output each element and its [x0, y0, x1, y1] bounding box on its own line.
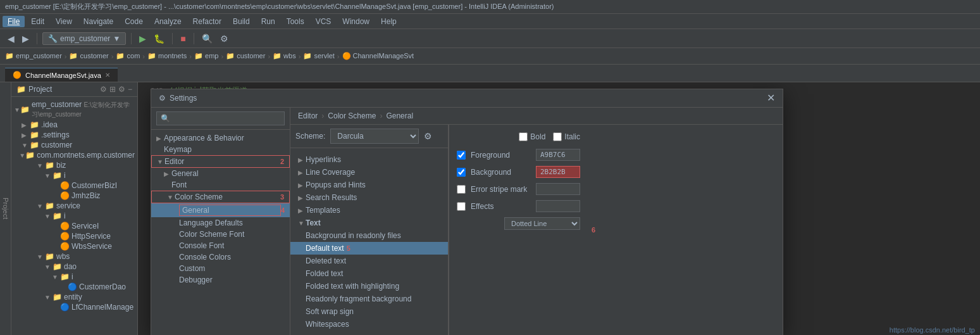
list-item[interactable]: ▼ 📁 i: [11, 272, 137, 282]
project-selector[interactable]: 🔧 emp_customer ▼: [42, 32, 126, 45]
debug-button[interactable]: 🐛: [151, 32, 167, 45]
color-list-hyperlinks[interactable]: ▶ Hyperlinks: [290, 153, 448, 166]
menu-build[interactable]: Build: [228, 16, 255, 27]
scheme-gear-button[interactable]: ⚙: [424, 131, 432, 141]
settings-tree-general-active[interactable]: General 4: [151, 203, 290, 217]
sidebar-expand-button[interactable]: ⊞: [109, 85, 116, 94]
list-item[interactable]: ▶ 📁 .settings: [11, 130, 137, 140]
color-list-readonly-bg[interactable]: Readonly fragment background: [290, 293, 448, 305]
forward-button[interactable]: ▶: [20, 32, 32, 45]
foreground-input[interactable]: [536, 149, 580, 161]
back-button[interactable]: ◀: [5, 32, 17, 45]
list-item[interactable]: ▼ 📁 dao: [11, 262, 137, 272]
settings-tree-color-scheme-font[interactable]: Color Scheme Font: [151, 229, 290, 240]
sidebar-minimize-button[interactable]: −: [128, 85, 132, 94]
run-button[interactable]: ▶: [137, 32, 149, 45]
breadcrumb-customer[interactable]: 📁 customer: [69, 52, 108, 60]
error-stripe-checkbox[interactable]: [457, 185, 466, 194]
settings-button[interactable]: ⚙: [218, 32, 231, 45]
settings-tree-language-defaults[interactable]: Language Defaults: [151, 217, 290, 229]
list-item[interactable]: ▼ 📁 service: [11, 201, 137, 211]
list-item[interactable]: ▼ 📁 customer: [11, 140, 137, 150]
settings-tree-keymap[interactable]: Keymap: [151, 144, 290, 155]
scheme-select[interactable]: Darcula: [330, 129, 419, 144]
foreground-checkbox[interactable]: [457, 151, 466, 160]
menu-view[interactable]: View: [51, 16, 77, 27]
breadcrumb-channel[interactable]: 🟠 ChannelManageSvt: [342, 52, 414, 60]
menu-edit[interactable]: Edit: [26, 16, 49, 27]
settings-tree-console-font[interactable]: Console Font: [151, 240, 290, 251]
list-item[interactable]: 🟠 ServiceI: [11, 221, 137, 231]
color-list-search[interactable]: ▶ Search Results: [290, 191, 448, 204]
settings-tree-color-scheme[interactable]: ▼ Color Scheme 3: [151, 191, 290, 203]
list-item[interactable]: 🟠 WbsService: [11, 241, 137, 251]
color-list-templates[interactable]: ▶ Templates: [290, 204, 448, 217]
settings-tree-font[interactable]: Font: [151, 179, 290, 191]
sidebar-sync-button[interactable]: ⚙: [100, 85, 107, 94]
breadcrumb-montnets[interactable]: 📁 montnets: [147, 52, 187, 60]
menu-code[interactable]: Code: [120, 16, 148, 27]
tab-close-icon[interactable]: ✕: [105, 72, 110, 79]
vertical-project-tab[interactable]: Project: [0, 82, 11, 335]
menu-file[interactable]: File: [3, 16, 25, 27]
list-item[interactable]: ▼ 📁 wbs: [11, 251, 137, 262]
search-button[interactable]: 🔍: [199, 32, 215, 45]
breadcrumb-servlet[interactable]: 📁 servlet: [303, 52, 334, 60]
breadcrumb-color-scheme: Color Scheme: [328, 111, 376, 120]
menu-tools[interactable]: Tools: [282, 16, 309, 27]
color-list-text[interactable]: ▼ Text: [290, 217, 448, 229]
breadcrumb-wbs[interactable]: 📁 wbs: [273, 52, 296, 60]
settings-tree-appearance[interactable]: ▶ Appearance & Behavior: [151, 132, 290, 144]
effects-input[interactable]: [536, 200, 580, 212]
color-list-popups[interactable]: ▶ Popups and Hints: [290, 179, 448, 191]
settings-tree-custom[interactable]: Custom: [151, 263, 290, 274]
list-item[interactable]: ▼ 📁 entity: [11, 292, 137, 302]
settings-tree-debugger[interactable]: Debugger: [151, 274, 290, 286]
color-list-deleted[interactable]: Deleted text: [290, 255, 448, 267]
menu-window[interactable]: Window: [337, 16, 375, 27]
menu-analyze[interactable]: Analyze: [149, 16, 187, 27]
bold-checkbox[interactable]: [519, 132, 528, 141]
list-item[interactable]: ▼ 📁 i: [11, 170, 137, 180]
list-item[interactable]: ▼ 📁 biz: [11, 160, 137, 170]
dotted-line-select[interactable]: Dotted Line: [504, 217, 580, 230]
color-list-folded-highlight[interactable]: Folded text with highlighting: [290, 280, 448, 293]
background-checkbox[interactable]: [457, 168, 466, 177]
sidebar-settings-button[interactable]: ⚙: [118, 85, 125, 94]
settings-tree-console-colors[interactable]: Console Colors: [151, 251, 290, 263]
menu-navigate[interactable]: Navigate: [78, 16, 118, 27]
breadcrumb-emp[interactable]: 📁 emp: [194, 52, 218, 60]
list-item[interactable]: 🟠 CustomerBizI: [11, 180, 137, 191]
italic-checkbox[interactable]: [553, 132, 562, 141]
menu-vcs[interactable]: VCS: [311, 16, 337, 27]
color-list-default-text[interactable]: Default text 5: [290, 242, 448, 255]
tab-channel-manage[interactable]: 🟠 ChannelManageSvt.java ✕: [5, 68, 118, 82]
list-item[interactable]: 🟠 JmhzBiz: [11, 191, 137, 201]
color-list-whitespaces[interactable]: Whitespaces: [290, 318, 448, 331]
menu-run[interactable]: Run: [256, 16, 280, 27]
list-item[interactable]: 🔵 CustomerDao: [11, 282, 137, 292]
settings-tree-editor[interactable]: ▼ Editor 2: [151, 155, 290, 168]
list-item[interactable]: ▼ 📁 i: [11, 211, 137, 221]
error-stripe-input[interactable]: [536, 183, 580, 195]
breadcrumb-emp-customer[interactable]: 📁 emp_customer: [5, 52, 62, 60]
color-list-line-coverage[interactable]: ▶ Line Coverage: [290, 166, 448, 179]
color-list-bg-readonly[interactable]: Background in readonly files: [290, 229, 448, 242]
background-input[interactable]: [536, 166, 580, 178]
breadcrumb-customer2[interactable]: 📁 customer: [226, 52, 265, 60]
list-item[interactable]: 🟠 HttpService: [11, 231, 137, 241]
settings-tree-general[interactable]: ▶ General: [151, 168, 290, 179]
list-item[interactable]: 🔵 LfChannelManage: [11, 302, 137, 312]
list-item[interactable]: ▼ 📁 com.montnets.emp.customer: [11, 150, 137, 160]
color-list-folded[interactable]: Folded text: [290, 267, 448, 280]
color-list-soft-wrap[interactable]: Soft wrap sign: [290, 305, 448, 318]
stop-button[interactable]: ■: [178, 32, 188, 45]
tree-root[interactable]: ▼ 📁 emp_customer E:\定制化开发学习\emp_customer: [11, 99, 137, 120]
menu-refactor[interactable]: Refactor: [188, 16, 226, 27]
effects-checkbox[interactable]: [457, 202, 466, 211]
menu-help[interactable]: Help: [376, 16, 402, 27]
dialog-close-button[interactable]: ✕: [767, 93, 775, 103]
settings-search-input[interactable]: [156, 111, 285, 125]
breadcrumb-com[interactable]: 📁 com: [116, 52, 140, 60]
list-item[interactable]: ▶ 📁 .idea: [11, 120, 137, 130]
